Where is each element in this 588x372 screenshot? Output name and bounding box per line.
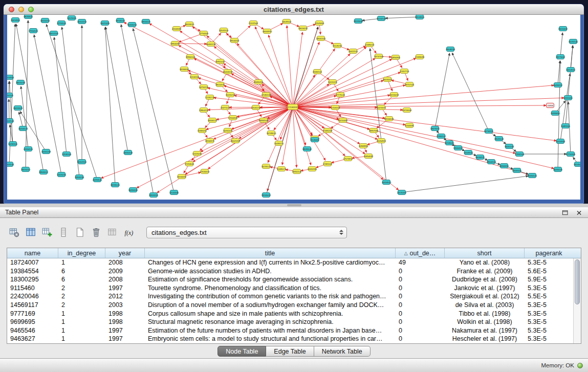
delete-table-icon[interactable] xyxy=(89,226,103,239)
graph-node-label: 19804211 xyxy=(199,109,209,112)
graph-node-label: 15231214 xyxy=(226,94,235,96)
column-header-title[interactable]: title xyxy=(145,248,396,258)
new-table-icon[interactable] xyxy=(73,226,86,239)
close-panel-icon[interactable] xyxy=(575,208,584,217)
graph-node-label: 13216419 xyxy=(389,94,399,96)
graph-node-label: 18184050 xyxy=(180,68,189,71)
graph-node-label: 18745106 xyxy=(116,19,125,22)
window-titlebar[interactable]: citations_edges.txt xyxy=(4,4,584,15)
graph-edge xyxy=(452,53,489,131)
graph-node-label: 12045515 xyxy=(464,151,473,154)
table-row[interactable]: 946554611997Estimation of the future num… xyxy=(7,326,581,335)
function-builder-icon[interactable]: f(x) xyxy=(122,226,136,239)
table-cell: 0 xyxy=(396,275,445,284)
graph-edge xyxy=(54,37,67,154)
graph-node-label: 16192140 xyxy=(569,40,578,43)
graph-node-label: 12425442 xyxy=(192,152,202,155)
graph-node-label: 18035142 xyxy=(302,148,312,150)
table-row[interactable]: 946362711997Embryonic stem cells: a mode… xyxy=(7,335,581,343)
table-cell: Embryonic stem cells: a model to study s… xyxy=(145,335,396,343)
graph-node-label: 16455241 xyxy=(553,168,563,171)
graph-node-label: 16164432 xyxy=(177,176,187,178)
scrollbar-thumb[interactable] xyxy=(575,259,580,304)
tab-network-table[interactable]: Network Table xyxy=(314,346,371,357)
table-source-select[interactable]: citations_edges.txt xyxy=(146,227,347,238)
columns-icon[interactable] xyxy=(24,226,37,239)
graph-node-label: 12415231 xyxy=(57,173,67,176)
column-header-in_degree[interactable]: in_degree xyxy=(58,248,105,258)
table-row[interactable]: 1938455462009Genome-wide association stu… xyxy=(7,267,581,276)
graph-node-label: 92450121 xyxy=(528,174,537,177)
column-header-out_de[interactable]: △out_de… xyxy=(396,248,445,258)
graph-node-label: 18306170 xyxy=(208,119,217,122)
tab-node-table[interactable]: Node Table xyxy=(217,346,266,357)
graph-node-label: 19616231 xyxy=(298,27,308,30)
table-cell: Structural magnetic resonance image aver… xyxy=(145,318,396,326)
column-header-year[interactable]: year xyxy=(105,248,145,258)
table-cell: 9465546 xyxy=(7,326,58,335)
graph-node-label: 16132141 xyxy=(377,17,386,20)
graph-edge xyxy=(206,107,293,129)
graph-node-label: 19415210 xyxy=(21,168,31,171)
column-header-short[interactable]: short xyxy=(445,248,525,258)
graph-node-label: 10074371 xyxy=(377,106,386,109)
column-header-pagerank[interactable]: pagerank xyxy=(525,248,573,258)
table-row[interactable]: 1872400712008Changes of HCN gene express… xyxy=(7,258,581,267)
tab-edge-table[interactable]: Edge Table xyxy=(266,346,314,357)
network-window: citations_edges.txt 17240532220065841802… xyxy=(4,4,584,204)
graph-node-label: 17485013 xyxy=(365,43,375,46)
float-panel-icon[interactable] xyxy=(561,208,570,217)
table-cell: Hescheler et al. (1997) xyxy=(445,335,525,343)
zoom-window-button[interactable] xyxy=(28,7,34,12)
panel-actions xyxy=(561,207,584,218)
graph-node-label: 16131211 xyxy=(328,81,338,83)
import-table-icon[interactable] xyxy=(105,226,119,239)
table-row[interactable]: 977716911998Corpus callosum shape and si… xyxy=(7,310,581,318)
graph-node-label: 17573914 xyxy=(343,158,353,160)
table-cell: 1 xyxy=(58,326,105,335)
table-panel-header: Table Panel xyxy=(0,207,588,218)
graph-node-label: 15610551 xyxy=(11,19,20,21)
graph-node-label: 12530144 xyxy=(62,153,72,156)
graph-node-label: 20851410 xyxy=(215,60,225,63)
table-cell: 5.3E-5 xyxy=(525,326,573,335)
toolbar-icons: f(x) xyxy=(7,226,138,239)
network-view[interactable]: 1724053222006584180240101275430519804081… xyxy=(7,15,580,200)
graph-edge xyxy=(214,47,293,107)
graph-edge xyxy=(560,33,562,57)
graph-node-label: 19905512 xyxy=(39,171,49,173)
table-row[interactable]: 1456911722003Disruption of a novel membe… xyxy=(7,301,581,310)
graph-node-label: 17483093 xyxy=(415,56,425,58)
graph-edge xyxy=(370,49,386,182)
graph-node-label: 19960103 xyxy=(186,56,195,58)
table-settings-icon[interactable] xyxy=(7,226,21,239)
table-row[interactable]: 2242004622012Investigating the contribut… xyxy=(7,292,581,301)
table-row[interactable]: 1830029562008Estimation of significance … xyxy=(7,275,581,284)
graph-node-label: 16649100 xyxy=(282,20,292,23)
graph-edge xyxy=(21,86,28,149)
close-window-button[interactable] xyxy=(9,7,14,12)
minimize-window-button[interactable] xyxy=(18,7,24,12)
graph-node-label: 18452391 xyxy=(308,168,317,170)
graph-node-label: 16366211 xyxy=(198,129,207,132)
graph-node-label: 15958 xyxy=(547,104,553,107)
graph-node-label: 16341209 xyxy=(41,150,51,153)
table-cell: 0 xyxy=(396,318,445,326)
table-row[interactable]: 969969511998Structural magnetic resonanc… xyxy=(7,318,581,326)
graph-node-label: 18124510 xyxy=(415,16,425,18)
node-table: namein_degreeyeartitle△out_de…shortpager… xyxy=(7,248,581,344)
column-header-name[interactable]: name xyxy=(7,248,58,258)
graph-node-label: 14850831 xyxy=(391,56,401,59)
graph-edge xyxy=(231,74,293,107)
network-canvas[interactable]: 1724053222006584180240101275430519804081… xyxy=(7,15,580,200)
column-header-label: pagerank xyxy=(535,250,562,257)
table-scrollbar[interactable] xyxy=(573,258,581,343)
graph-node-label: 19553221 xyxy=(141,20,151,23)
table-cell: 2 xyxy=(58,284,105,293)
graph-node-label: 17992104 xyxy=(515,153,525,156)
rows-icon[interactable] xyxy=(56,226,70,239)
table-row[interactable]: 911546021997Tourette syndrome. Phenomeno… xyxy=(7,284,581,293)
table-cell: 2008 xyxy=(105,275,145,284)
graph-edge xyxy=(149,24,293,107)
add-column-icon[interactable] xyxy=(40,226,54,239)
